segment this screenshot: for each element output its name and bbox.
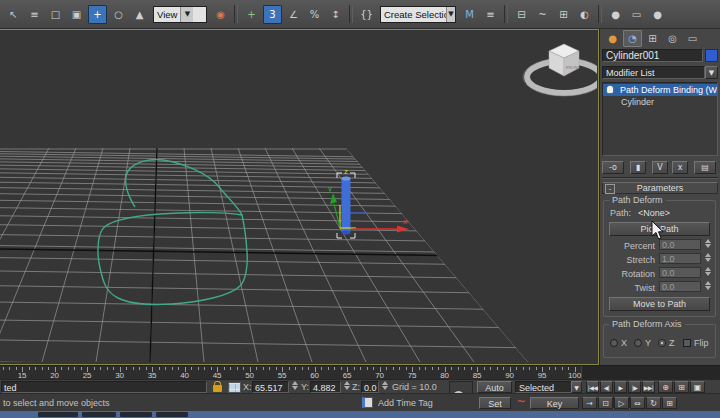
- region-zoom-button[interactable]: ⊡: [598, 397, 613, 409]
- object-name-field[interactable]: Cylinder001: [602, 49, 703, 62]
- axis-z-radio[interactable]: [658, 339, 666, 347]
- z-coord-spinner[interactable]: [380, 380, 389, 391]
- ruler-tick: [562, 367, 563, 370]
- previous-frame-button[interactable]: ◀|: [600, 381, 613, 393]
- rotation-field[interactable]: 0.0: [659, 267, 701, 278]
- stack-row-path-deform-binding[interactable]: Path Deform Binding (W: [603, 84, 717, 96]
- go-to-start-button[interactable]: |◀◀: [586, 381, 599, 393]
- add-time-tag[interactable]: Add Time Tag: [378, 398, 433, 408]
- stretch-field[interactable]: 1.0: [659, 253, 701, 264]
- x-coord-spinner[interactable]: [290, 380, 299, 391]
- next-frame-button[interactable]: |▶: [628, 381, 641, 393]
- flip-checkbox[interactable]: [683, 339, 691, 347]
- maximize-viewport-button[interactable]: ⊞: [662, 397, 677, 409]
- ruler-tick: [386, 367, 387, 370]
- spinner-snap-icon[interactable]: ↕: [326, 5, 345, 24]
- configure-modifier-sets-icon[interactable]: ▤: [694, 161, 716, 174]
- align-icon[interactable]: ≡: [481, 5, 500, 24]
- modifier-list-arrow[interactable]: ▼: [705, 66, 718, 79]
- twist-field[interactable]: 0.0: [659, 281, 701, 292]
- axis-x-radio[interactable]: [610, 339, 618, 347]
- curve-editor-icon[interactable]: ~: [533, 5, 552, 24]
- orbit-button[interactable]: ↻: [646, 397, 661, 409]
- percent-spinner[interactable]: [703, 238, 712, 249]
- x-coord-field[interactable]: 65.517: [252, 381, 289, 393]
- zoom-button[interactable]: ⊕: [658, 381, 673, 393]
- absolute-mode-toggle-icon[interactable]: [228, 382, 241, 393]
- ruler-tick: [419, 367, 420, 370]
- tab-motion[interactable]: ◎: [663, 30, 682, 47]
- select-and-move-icon[interactable]: +: [88, 5, 107, 24]
- select-and-scale-icon[interactable]: ▲: [130, 5, 149, 24]
- selection-lock-icon[interactable]: [213, 385, 222, 392]
- remove-modifier-icon[interactable]: x: [672, 161, 688, 174]
- key-filters-button[interactable]: Key Filters...: [530, 397, 579, 409]
- select-by-name-icon[interactable]: ≡: [25, 5, 44, 24]
- set-key-button[interactable]: Set Key: [479, 397, 511, 409]
- z-coord-field[interactable]: 0.0: [361, 381, 379, 393]
- reference-coordinate-system-dropdown[interactable]: View▼: [153, 6, 207, 23]
- show-end-result-icon[interactable]: ▮: [630, 161, 646, 174]
- tab-create[interactable]: ●: [603, 30, 622, 47]
- mirror-icon[interactable]: M: [460, 5, 479, 24]
- schematic-view-icon[interactable]: ⊞: [554, 5, 573, 24]
- pan-button[interactable]: ⇔: [630, 397, 645, 409]
- select-object-icon[interactable]: ↖: [4, 5, 23, 24]
- perspective-viewport[interactable]: x y z FRONT: [0, 29, 599, 365]
- field-of-view-button[interactable]: ▷: [614, 397, 629, 409]
- modifier-list-dropdown[interactable]: Modifier List: [602, 66, 705, 79]
- rendered-frame-window-icon[interactable]: ▭: [627, 5, 646, 24]
- ruler-tick: [516, 367, 517, 370]
- rectangular-selection-region-icon[interactable]: □: [46, 5, 65, 24]
- percent-snap-icon[interactable]: %: [305, 5, 324, 24]
- layer-manager-icon[interactable]: ⊟: [512, 5, 531, 24]
- selection-filter-arrow[interactable]: ▼: [571, 381, 582, 393]
- play-button[interactable]: ▶: [614, 381, 627, 393]
- y-coord-spinner[interactable]: [342, 380, 351, 391]
- lightbulb-icon[interactable]: [607, 86, 613, 93]
- key-mode-toggle-button[interactable]: →: [582, 397, 597, 409]
- twist-spinner[interactable]: [703, 280, 712, 291]
- object-color-swatch[interactable]: [705, 49, 718, 62]
- new-key-curve-icon[interactable]: ~: [514, 395, 528, 407]
- rotation-spinner[interactable]: [703, 266, 712, 277]
- path-spline[interactable]: [98, 159, 247, 304]
- ruler-tick: [74, 367, 75, 370]
- taskbar-button[interactable]: [120, 412, 152, 417]
- zoom-all-button[interactable]: ⊞: [674, 381, 689, 393]
- render-setup-icon[interactable]: ●: [606, 5, 625, 24]
- ruler-tick: [94, 367, 95, 370]
- modifier-stack: Path Deform Binding (W Cylinder: [602, 82, 718, 156]
- select-and-rotate-icon[interactable]: ○: [109, 5, 128, 24]
- window-crossing-icon[interactable]: ▣: [67, 5, 86, 24]
- edit-named-selection-sets-icon[interactable]: {}: [357, 5, 376, 24]
- track-bar[interactable]: 1520253035404550556065707580859095100: [0, 365, 720, 380]
- axis-y-radio[interactable]: [634, 339, 642, 347]
- taskbar-button[interactable]: [82, 412, 116, 417]
- angle-snap-icon[interactable]: ∠: [284, 5, 303, 24]
- move-to-path-button[interactable]: Move to Path: [609, 297, 710, 311]
- select-and-manipulate-icon[interactable]: +: [242, 5, 261, 24]
- taskbar: [0, 411, 720, 418]
- render-production-icon[interactable]: ●: [648, 5, 667, 24]
- taskbar-button[interactable]: [156, 412, 188, 417]
- ruler-tick: [393, 367, 394, 370]
- taskbar-button[interactable]: [38, 412, 78, 417]
- go-to-end-button[interactable]: ▶▶|: [642, 381, 655, 393]
- named-selection-set-dropdown[interactable]: Create Selection Se▼: [380, 6, 456, 23]
- tab-display[interactable]: ▭: [683, 30, 702, 47]
- snaps-toggle-icon[interactable]: 3: [263, 5, 282, 24]
- use-pivot-point-center-icon[interactable]: ◉: [211, 5, 230, 24]
- make-unique-icon[interactable]: V: [652, 161, 668, 174]
- zoom-extents-button[interactable]: ▣: [690, 381, 705, 393]
- viewcube[interactable]: FRONT: [523, 44, 597, 96]
- tab-hierarchy[interactable]: ⊞: [643, 30, 662, 47]
- auto-key-button[interactable]: Auto Key: [477, 381, 512, 393]
- parameters-rollout-header[interactable]: - Parameters: [602, 182, 718, 194]
- material-editor-icon[interactable]: ◐: [575, 5, 594, 24]
- y-coord-field[interactable]: 4.882: [310, 381, 341, 393]
- stack-row-cylinder[interactable]: Cylinder: [621, 97, 654, 107]
- stretch-spinner[interactable]: [703, 252, 712, 263]
- tab-modify[interactable]: ◔: [623, 30, 642, 47]
- pin-stack-icon[interactable]: -o: [602, 161, 624, 174]
